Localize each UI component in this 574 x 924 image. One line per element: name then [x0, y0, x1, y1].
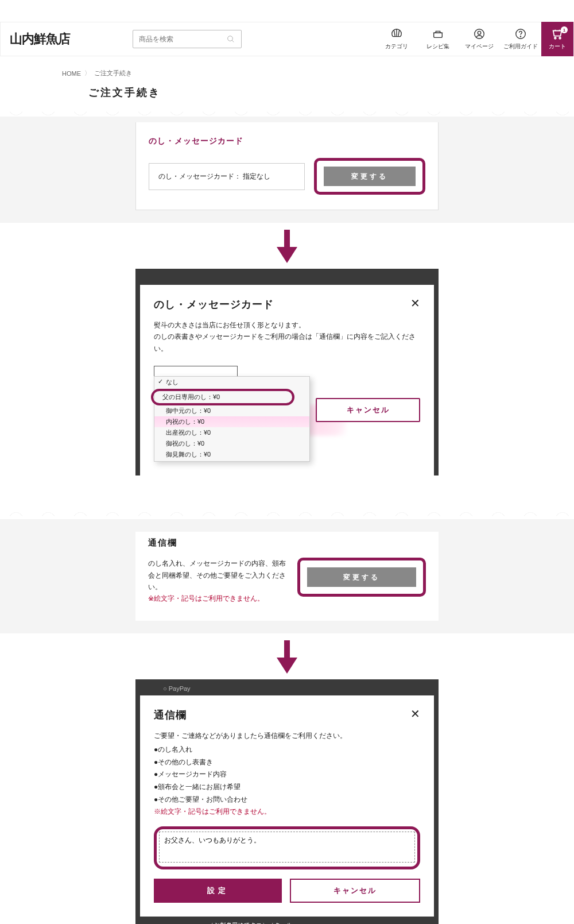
- crumb-home[interactable]: HOME: [62, 70, 81, 77]
- cart-count-badge: 1: [561, 26, 568, 33]
- site-header: 山内鮮魚店 カテゴリ レシピ集 マイページ ご利用ガイド 1 カート: [0, 22, 574, 56]
- noshi-info-label: のし・メッセージカード：: [158, 172, 241, 180]
- noshi-change-button[interactable]: 変更する: [324, 167, 416, 186]
- flow-arrow-icon: [0, 230, 574, 263]
- svg-point-6: [520, 36, 521, 37]
- nav-cart-label: カート: [549, 42, 566, 51]
- noshi-option-naishuku[interactable]: 内祝のし：¥0: [154, 416, 309, 427]
- comm-modal-lead: ご要望・ご連絡などがありましたら通信欄をご利用ください。: [154, 730, 420, 741]
- nav-recipe-label: レシピ集: [426, 42, 449, 51]
- noshi-option-father[interactable]: 父の日専用のし：¥0: [162, 393, 220, 400]
- chevron-right-icon: 〉: [84, 69, 91, 78]
- comm-section-title: 通信欄: [148, 538, 426, 548]
- nav-guide-label: ご利用ガイド: [503, 42, 538, 51]
- svg-point-4: [478, 31, 481, 34]
- bullet-message-content: ●メッセージカード内容: [154, 768, 420, 781]
- comm-modal-warning: ※絵文字・記号はご利用できません。: [154, 806, 420, 818]
- comm-modal-bullets: ●のし名入れ ●その他のし表書き ●メッセージカード内容 ●頒布会と一緒にお届け…: [154, 744, 420, 818]
- nav-category[interactable]: カテゴリ: [376, 22, 417, 56]
- comm-change-button[interactable]: 変更する: [307, 567, 416, 587]
- flow-arrow-icon: [0, 640, 574, 674]
- noshi-card-panel: のし・メッセージカード のし・メッセージカード： 指定なし 変更する: [135, 122, 439, 210]
- noshi-modal-cancel-button[interactable]: キャンセル: [316, 398, 420, 422]
- noshi-current-value-box: のし・メッセージカード： 指定なし: [149, 163, 305, 190]
- noshi-option-shussan[interactable]: 出産祝のし：¥0: [154, 427, 309, 438]
- svg-line-1: [232, 40, 234, 42]
- modal-background-ghost-bottom: （お刺身用ゆでタコ）（クール…: [140, 917, 434, 924]
- close-icon[interactable]: ✕: [410, 708, 420, 720]
- bullet-noshi-name: ●のし名入れ: [154, 744, 420, 756]
- page-title: ご注文手続き: [88, 86, 574, 99]
- bullet-hanpukai: ●頒布会と一緒にお届け希望: [154, 781, 420, 794]
- search-box[interactable]: [133, 30, 242, 48]
- svg-rect-2: [434, 33, 443, 37]
- comm-set-button[interactable]: 設定: [154, 879, 282, 903]
- svg-point-7: [554, 37, 556, 39]
- nav-category-label: カテゴリ: [385, 42, 408, 51]
- noshi-modal: のし・メッセージカード ✕ 熨斗の大きさは当店にお任せ頂く形となります。 のしの…: [135, 269, 439, 475]
- nav-guide[interactable]: ご利用ガイド: [500, 22, 541, 56]
- nav-cart[interactable]: 1 カート: [541, 22, 573, 56]
- noshi-modal-title: のし・メッセージカード: [154, 297, 420, 311]
- bullet-noshi-other: ●その他のし表書き: [154, 756, 420, 769]
- modal-background-ghost: [140, 273, 434, 285]
- comm-modal: ○ PayPay 通信欄 ✕ ご要望・ご連絡などがありましたら通信欄をご利用くだ…: [135, 679, 439, 924]
- pot-icon: [432, 28, 444, 40]
- noshi-change-highlight: 変更する: [314, 158, 425, 195]
- noshi-option-ochugen[interactable]: 御中元のし：¥0: [154, 405, 309, 416]
- comm-desc: のし名入れ、メッセージカードの内容、頒布会と同梱希望、その他ご要望をご入力くださ…: [148, 559, 286, 591]
- header-nav: カテゴリ レシピ集 マイページ ご利用ガイド 1 カート: [376, 22, 573, 56]
- nav-recipe[interactable]: レシピ集: [417, 22, 459, 56]
- breadcrumb: HOME 〉 ご注文手続き: [62, 69, 574, 78]
- comm-change-highlight: 変更する: [297, 558, 426, 597]
- comm-textarea-highlight: [154, 826, 420, 869]
- comm-textarea[interactable]: [159, 832, 415, 863]
- noshi-modal-desc: 熨斗の大きさは当店にお任せ頂く形となります。 のしの表書きやメッセージカードをご…: [154, 319, 420, 354]
- noshi-dropdown-panel: なし 父の日専用のし：¥0 御中元のし：¥0 内祝のし：¥0 出産祝のし：¥0 …: [154, 376, 310, 462]
- help-icon: [514, 28, 527, 40]
- search-input[interactable]: [139, 35, 226, 43]
- svg-point-0: [228, 36, 233, 41]
- bullet-other-request: ●その他ご要望・お問い合わせ: [154, 794, 420, 806]
- shell-icon: [390, 28, 403, 40]
- crumb-current: ご注文手続き: [94, 69, 132, 78]
- noshi-info-value: 指定なし: [243, 172, 270, 180]
- close-icon[interactable]: ✕: [410, 297, 420, 309]
- noshi-option-oshuku[interactable]: 御祝のし：¥0: [154, 438, 309, 449]
- user-icon: [473, 28, 486, 40]
- comm-warning: ※絵文字・記号はご利用できません。: [148, 594, 264, 602]
- comm-panel: 通信欄 のし名入れ、メッセージカードの内容、頒布会と同梱希望、その他ご要望をご入…: [135, 532, 439, 621]
- nav-mypage-label: マイページ: [465, 42, 494, 51]
- site-logo[interactable]: 山内鮮魚店: [10, 30, 130, 48]
- modal-background-paypay: ○ PayPay: [140, 684, 434, 695]
- noshi-option-none[interactable]: なし: [154, 377, 309, 388]
- search-icon: [226, 34, 235, 44]
- noshi-section-title: のし・メッセージカード: [149, 136, 425, 146]
- noshi-select-trigger[interactable]: [154, 366, 238, 377]
- comm-cancel-button[interactable]: キャンセル: [290, 879, 420, 903]
- noshi-option-highlight: 父の日専用のし：¥0: [151, 389, 294, 405]
- nav-mypage[interactable]: マイページ: [459, 22, 500, 56]
- noshi-option-omimai[interactable]: 御見舞のし：¥0: [154, 449, 309, 460]
- svg-point-8: [559, 37, 561, 39]
- comm-modal-title: 通信欄: [154, 708, 420, 722]
